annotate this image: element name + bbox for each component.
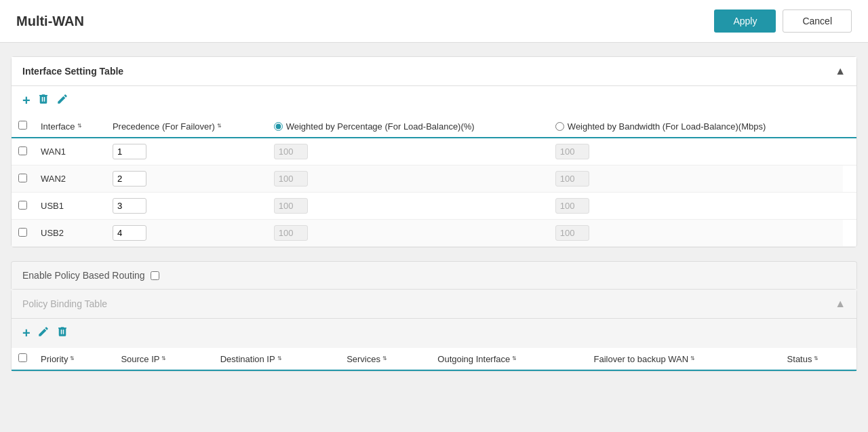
bw-input-usb2[interactable] <box>555 225 589 241</box>
row-bw-usb2[interactable] <box>549 220 843 247</box>
dest-ip-sort-icon[interactable]: ⇅ <box>277 356 282 361</box>
row-checkbox-usb2[interactable] <box>18 228 27 237</box>
policy-th-destination-ip: Destination IP ⇅ <box>214 348 340 370</box>
policy-th-priority: Priority ⇅ <box>34 348 114 370</box>
priority-sort-icon[interactable]: ⇅ <box>70 356 75 361</box>
th-select-all[interactable] <box>12 115 34 138</box>
interface-section-header: Interface Setting Table ▲ <box>12 57 856 86</box>
precedence-input-usb1[interactable] <box>113 198 146 214</box>
row-interface-wan1: WAN1 <box>34 138 106 165</box>
policy-th-failover: Failover to backup WAN ⇅ <box>587 348 780 370</box>
precedence-input-usb2[interactable] <box>113 225 146 241</box>
th-weighted-bw: Weighted by Bandwidth (For Load-Balance)… <box>549 115 843 138</box>
policy-collapse-icon[interactable]: ▲ <box>835 298 846 310</box>
row-checkbox-cell[interactable] <box>12 165 34 193</box>
cancel-button[interactable]: Cancel <box>783 9 852 33</box>
row-checkbox-cell[interactable] <box>12 138 34 165</box>
add-policy-icon[interactable]: + <box>22 326 31 341</box>
interface-toolbar: + <box>12 86 856 115</box>
page-title: Multi-WAN <box>16 14 84 29</box>
policy-table: Priority ⇅ Source IP ⇅ D <box>12 348 856 371</box>
policy-section-header: Policy Binding Table ▲ <box>12 290 856 319</box>
edit-policy-icon[interactable] <box>37 326 50 341</box>
row-interface-wan2: WAN2 <box>34 165 106 193</box>
precedence-input-wan1[interactable] <box>113 144 146 159</box>
row-bw-wan2[interactable] <box>549 165 843 193</box>
th-precedence: Precedence (For Failover) ⇅ <box>106 115 267 138</box>
row-precedence-usb1[interactable] <box>106 193 267 220</box>
pct-input-wan2[interactable] <box>274 171 308 186</box>
weighted-bw-radio[interactable] <box>555 122 564 131</box>
add-interface-icon[interactable]: + <box>22 93 31 109</box>
interface-collapse-icon[interactable]: ▲ <box>835 65 846 77</box>
interface-sort-icon[interactable]: ⇅ <box>77 123 82 129</box>
row-pct-wan2[interactable] <box>267 165 549 193</box>
row-checkbox-usb1[interactable] <box>18 201 27 210</box>
row-pct-usb1[interactable] <box>267 193 549 220</box>
table-row: WAN2 <box>12 165 856 193</box>
weighted-pct-radio-label[interactable]: Weighted by Percentage (For Load-Balance… <box>274 121 542 132</box>
bw-input-wan1[interactable] <box>555 144 589 159</box>
table-row: USB1 <box>12 193 856 220</box>
select-all-checkbox[interactable] <box>18 121 27 130</box>
th-scroll-spacer <box>843 115 856 138</box>
row-precedence-usb2[interactable] <box>106 220 267 247</box>
bw-input-usb1[interactable] <box>555 198 589 214</box>
precedence-input-wan2[interactable] <box>113 171 146 186</box>
edit-interface-icon[interactable] <box>56 93 68 109</box>
row-precedence-wan2[interactable] <box>106 165 267 193</box>
th-interface: Interface ⇅ <box>34 115 106 138</box>
policy-binding-card: Policy Binding Table ▲ + <box>11 289 857 372</box>
outgoing-sort-icon[interactable]: ⇅ <box>512 356 517 361</box>
pct-input-usb1[interactable] <box>274 198 308 214</box>
row-precedence-wan1[interactable] <box>106 138 267 165</box>
policy-th-services: Services ⇅ <box>340 348 431 370</box>
row-interface-usb2: USB2 <box>34 220 106 247</box>
header-actions: Apply Cancel <box>714 9 852 33</box>
weighted-bw-radio-label[interactable]: Weighted by Bandwidth (For Load-Balance)… <box>555 121 836 132</box>
row-checkbox-cell[interactable] <box>12 193 34 220</box>
delete-policy-icon[interactable] <box>56 326 68 341</box>
row-interface-usb1: USB1 <box>34 193 106 220</box>
bw-input-wan2[interactable] <box>555 171 589 186</box>
page-header: Multi-WAN Apply Cancel <box>0 0 868 43</box>
row-pct-wan1[interactable] <box>267 138 549 165</box>
th-weighted-pct: Weighted by Percentage (For Load-Balance… <box>267 115 549 138</box>
services-sort-icon[interactable]: ⇅ <box>382 356 387 361</box>
pct-input-usb2[interactable] <box>274 225 308 241</box>
row-checkbox-cell[interactable] <box>12 220 34 247</box>
row-checkbox-wan1[interactable] <box>18 146 27 155</box>
failover-sort-icon[interactable]: ⇅ <box>690 356 695 361</box>
status-sort-icon[interactable]: ⇅ <box>814 356 818 361</box>
policy-select-all-checkbox[interactable] <box>18 353 27 362</box>
apply-button[interactable]: Apply <box>714 9 776 33</box>
precedence-sort-icon[interactable]: ⇅ <box>217 123 222 129</box>
interface-section-title: Interface Setting Table <box>22 66 123 77</box>
enable-policy-checkbox[interactable] <box>151 271 159 280</box>
row-bw-usb1[interactable] <box>549 193 843 220</box>
main-content: Interface Setting Table ▲ + <box>0 43 868 385</box>
policy-th-select-all[interactable] <box>12 348 34 370</box>
table-row: USB2 <box>12 220 856 247</box>
policy-th-outgoing-interface: Outgoing Interface ⇅ <box>431 348 587 370</box>
interface-setting-card: Interface Setting Table ▲ + <box>11 56 857 248</box>
interface-table: Interface ⇅ Precedence (For Failover) ⇅ <box>12 115 856 247</box>
enable-policy-label: Enable Policy Based Routing <box>22 270 145 281</box>
policy-th-source-ip: Source IP ⇅ <box>114 348 213 370</box>
table-row: WAN1 <box>12 138 856 165</box>
row-bw-wan1[interactable] <box>549 138 843 165</box>
policy-table-wrapper: Priority ⇅ Source IP ⇅ D <box>12 348 856 371</box>
enable-policy-row: Enable Policy Based Routing <box>11 261 857 289</box>
row-pct-usb2[interactable] <box>267 220 549 247</box>
weighted-pct-radio[interactable] <box>274 122 283 131</box>
delete-interface-icon[interactable] <box>37 93 50 109</box>
policy-toolbar: + <box>12 319 856 348</box>
pct-input-wan1[interactable] <box>274 144 308 159</box>
policy-th-status: Status ⇅ <box>781 348 856 370</box>
interface-table-wrapper: Interface ⇅ Precedence (For Failover) ⇅ <box>12 115 856 247</box>
source-ip-sort-icon[interactable]: ⇅ <box>161 356 166 361</box>
row-checkbox-wan2[interactable] <box>18 174 27 182</box>
policy-section-title: Policy Binding Table <box>22 298 107 309</box>
